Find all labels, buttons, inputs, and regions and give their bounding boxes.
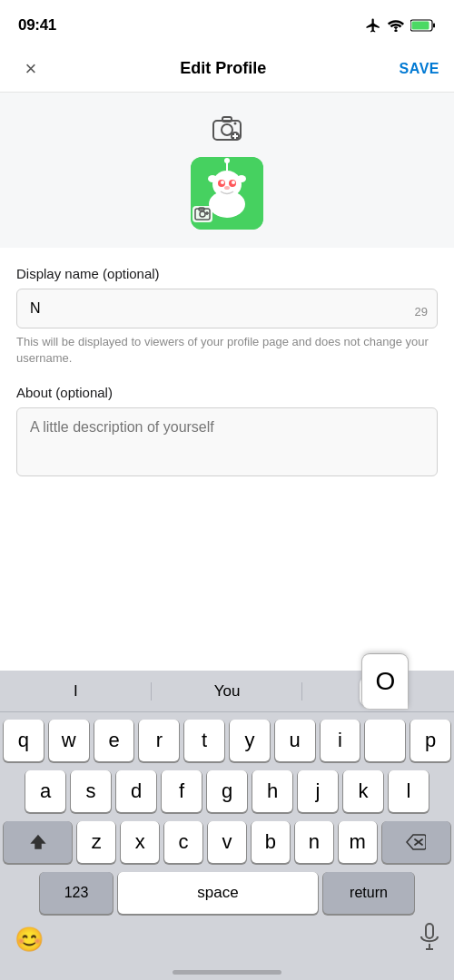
key-o-popup: O [362, 654, 408, 709]
photo-section [0, 93, 454, 248]
save-button[interactable]: SAVE [400, 61, 439, 77]
airplane-icon [365, 17, 381, 34]
key-row-4: 123 space return [4, 872, 450, 914]
space-key[interactable]: space [118, 872, 318, 914]
key-r[interactable]: r [139, 720, 179, 761]
key-j[interactable]: j [298, 770, 338, 812]
svg-point-4 [222, 124, 232, 135]
display-name-input[interactable] [17, 289, 437, 328]
key-h[interactable]: h [252, 770, 292, 812]
display-name-hint: This will be displayed to viewers of you… [16, 334, 438, 367]
svg-point-21 [224, 158, 230, 163]
svg-rect-1 [433, 24, 435, 28]
key-b[interactable]: b [252, 821, 290, 863]
camera-icon-top[interactable] [212, 114, 242, 148]
emoji-icon[interactable]: 😊 [9, 920, 49, 959]
svg-point-14 [237, 175, 246, 182]
mic-icon[interactable] [414, 917, 445, 962]
status-bar: 09:41 [0, 0, 454, 45]
close-button[interactable]: × [15, 57, 47, 81]
svg-point-18 [232, 181, 235, 184]
keyboard: I You O q w e r t y u i O o p [0, 671, 454, 980]
return-key[interactable]: return [323, 872, 414, 914]
key-d[interactable]: d [116, 770, 156, 812]
home-indicator [173, 970, 281, 975]
avatar-container[interactable] [191, 157, 263, 230]
avatar [191, 157, 263, 230]
page-title: Edit Profile [180, 59, 266, 78]
key-y[interactable]: y [230, 720, 270, 761]
key-q[interactable]: q [4, 720, 44, 761]
key-rows: q w e r t y u i O o p a s d f g h j k l [0, 712, 454, 921]
key-l[interactable]: l [389, 770, 429, 812]
key-g[interactable]: g [207, 770, 247, 812]
key-e[interactable]: e [94, 720, 134, 761]
key-k[interactable]: k [343, 770, 383, 812]
key-s[interactable]: s [71, 770, 111, 812]
display-name-label: Display name (optional) [16, 266, 438, 281]
status-icons [365, 17, 436, 34]
key-u[interactable]: u [275, 720, 315, 761]
svg-rect-30 [426, 924, 433, 938]
key-row-1: q w e r t y u i O o p [4, 720, 450, 761]
key-f[interactable]: f [162, 770, 202, 812]
status-time: 09:41 [18, 16, 56, 34]
display-name-input-wrapper: 29 [16, 289, 438, 328]
svg-point-17 [221, 181, 224, 184]
key-x[interactable]: x [121, 821, 159, 863]
key-v[interactable]: v [208, 821, 246, 863]
svg-point-13 [208, 175, 217, 182]
key-row-3: z x c v b n m [4, 821, 450, 863]
predictive-item-i[interactable]: I [0, 673, 152, 710]
key-z[interactable]: z [77, 821, 115, 863]
nav-bar: × Edit Profile SAVE [0, 45, 454, 93]
key-t[interactable]: t [184, 720, 224, 761]
key-a[interactable]: a [25, 770, 65, 812]
key-c[interactable]: c [164, 821, 202, 863]
form-section: Display name (optional) 29 This will be … [0, 248, 454, 476]
delete-key[interactable] [382, 821, 450, 863]
numbers-key[interactable]: 123 [40, 872, 113, 914]
key-m[interactable]: m [339, 821, 377, 863]
key-row-2: a s d f g h j k l [4, 770, 450, 812]
shift-key[interactable] [4, 821, 72, 863]
predictive-item-you[interactable]: You [152, 673, 303, 710]
key-p[interactable]: p [410, 720, 450, 761]
svg-rect-2 [412, 22, 429, 30]
about-input-wrapper [16, 407, 438, 476]
about-input[interactable] [17, 408, 437, 472]
wifi-icon [387, 19, 405, 32]
key-i[interactable]: i [321, 720, 360, 761]
char-count: 29 [415, 305, 428, 318]
svg-rect-5 [222, 117, 232, 122]
battery-icon [410, 19, 436, 32]
key-o[interactable]: O o [365, 720, 405, 761]
about-label: About (optional) [16, 385, 438, 400]
svg-point-19 [224, 186, 230, 190]
key-w[interactable]: w [49, 720, 89, 761]
svg-point-6 [234, 122, 237, 125]
key-n[interactable]: n [295, 821, 333, 863]
